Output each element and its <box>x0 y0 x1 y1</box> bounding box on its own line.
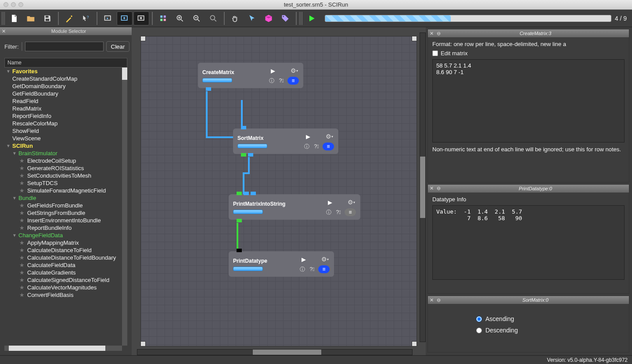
select-button[interactable] <box>244 11 260 25</box>
clear-button[interactable]: Clear <box>106 41 130 52</box>
module-menu-button[interactable]: ≡ <box>345 208 356 216</box>
tree-item[interactable]: ★ConvertFieldBasis <box>4 291 122 299</box>
module-printdatatype[interactable]: PrintDatatype▶⚙▾ⓘ?⃝≡ <box>229 251 334 277</box>
module-help-icon[interactable]: ?⃝ <box>309 266 316 273</box>
tree-item[interactable]: ★CalculateVectorMagnitudes <box>4 284 122 291</box>
module-tree[interactable]: ▼FavoritesCreateStandardColorMapGetDomai… <box>4 68 122 346</box>
tree-item[interactable]: ★ApplyMappingMatrix <box>4 239 122 246</box>
tree-item[interactable]: GetDomainBoundary <box>4 82 122 90</box>
module-menu-button[interactable]: ≡ <box>323 143 334 150</box>
tree-item[interactable]: ▼Bundle <box>4 194 122 202</box>
module-port[interactable] <box>251 192 256 195</box>
module-play-icon[interactable]: ▶ <box>269 67 276 74</box>
module-play-icon[interactable]: ▶ <box>300 256 307 263</box>
matrix-textarea[interactable]: 58 5.7 2.1 1.4 8.6 90 7 -1 <box>432 59 625 143</box>
tree-item[interactable]: ShowField <box>4 127 122 135</box>
module-settings-icon[interactable]: ⚙▾ <box>348 199 355 206</box>
new-file-button[interactable] <box>6 11 22 25</box>
tree-item[interactable]: ★CalculateFieldData <box>4 261 122 269</box>
tree-item[interactable]: ★CalculateSignedDistanceToField <box>4 276 122 284</box>
module-port[interactable] <box>206 87 211 91</box>
module-port[interactable] <box>237 192 242 195</box>
help-pointer-button[interactable]: ? <box>78 11 94 25</box>
save-button[interactable] <box>40 11 55 25</box>
tree-item[interactable]: ▼SCIRun <box>4 142 122 150</box>
clear-module-button[interactable] <box>133 11 149 25</box>
module-settings-icon[interactable]: ⚙▾ <box>321 256 328 263</box>
tree-item[interactable]: ★ReportBundleInfo <box>4 224 122 232</box>
module-help-icon[interactable]: ?⃝ <box>313 143 320 150</box>
package-button[interactable] <box>261 11 276 25</box>
minimize-icon[interactable] <box>11 2 16 7</box>
module-menu-button[interactable]: ≡ <box>318 265 330 273</box>
module-sortmatrix[interactable]: SortMatrix▶⚙▾ⓘ?⃝≡ <box>233 128 338 154</box>
descending-radio[interactable]: Descending <box>476 327 518 334</box>
tree-item[interactable]: ▼Favorites <box>4 68 122 75</box>
module-port[interactable] <box>241 153 246 157</box>
tree-item[interactable]: CreateStandardColorMap <box>4 75 122 82</box>
panel-pin-icon[interactable]: ⊖ <box>435 31 442 36</box>
tree-item[interactable]: ★CalculateGradients <box>4 269 122 276</box>
module-settings-icon[interactable]: ⚙▾ <box>291 67 298 74</box>
zoom-in-button[interactable] <box>172 11 188 25</box>
tree-item[interactable]: ▼BrainStimulator <box>4 150 122 157</box>
tree-column-header[interactable]: Name <box>4 58 127 68</box>
panel-close-icon[interactable]: ✕ <box>428 297 435 303</box>
tree-item[interactable]: ★CalculateDistanceToFieldBoundary <box>4 254 122 261</box>
tree-item[interactable]: ★ElectrodeCoilSetup <box>4 157 122 164</box>
close-panel-icon[interactable]: ✕ <box>2 27 6 35</box>
module-port[interactable] <box>237 219 242 222</box>
module-info-icon[interactable]: ⓘ <box>303 143 310 150</box>
network-canvas[interactable]: CreateMatrix▶⚙▾ⓘ?⃝≡SortMatrix▶⚙▾ⓘ?⃝≡Prin… <box>140 36 417 346</box>
module-port[interactable] <box>237 249 242 252</box>
canvas-scrollbar-horizontal[interactable] <box>137 349 413 355</box>
execute-button[interactable] <box>304 11 320 25</box>
add-module-button[interactable] <box>117 11 133 25</box>
module-printmatrixintostring[interactable]: PrintMatrixIntoString▶⚙▾ⓘ?⃝≡ <box>229 194 360 220</box>
tag-button[interactable] <box>277 11 293 25</box>
edit-matrix-checkbox[interactable] <box>432 50 438 56</box>
tree-item[interactable]: ReadMatrix <box>4 105 122 112</box>
tree-item[interactable]: ★SetupTDCS <box>4 179 122 187</box>
filter-input[interactable] <box>25 42 104 51</box>
open-folder-button[interactable] <box>23 11 39 25</box>
tree-item[interactable]: ★CalculateDistanceToField <box>4 246 122 254</box>
panel-pin-icon[interactable]: ⊖ <box>435 186 442 191</box>
tree-item[interactable]: ★InsertEnvironmentIntoBundle <box>4 217 122 224</box>
module-help-icon[interactable]: ?⃝ <box>278 77 285 84</box>
zoom-out-button[interactable] <box>189 11 205 25</box>
module-menu-button[interactable]: ≡ <box>287 77 299 85</box>
pan-button[interactable] <box>227 11 243 25</box>
module-help-icon[interactable]: ?⃝ <box>335 209 342 216</box>
tree-scrollbar-horizontal[interactable] <box>4 346 122 351</box>
tree-item[interactable]: ★GenerateROIStatistics <box>4 164 122 172</box>
panel-close-icon[interactable]: ✕ <box>428 186 435 191</box>
module-settings-icon[interactable]: ⚙▾ <box>326 133 333 140</box>
tree-item[interactable]: ★SetConductivitiesToMesh <box>4 172 122 179</box>
module-port[interactable] <box>248 153 253 157</box>
panel-pin-icon[interactable]: ⊖ <box>435 297 442 303</box>
tree-item[interactable]: GetFieldBoundary <box>4 90 122 97</box>
module-play-icon[interactable]: ▶ <box>327 199 334 206</box>
grid-snap-button[interactable] <box>155 11 171 25</box>
ascending-radio[interactable]: Ascending <box>476 315 514 322</box>
tree-item[interactable]: ReadField <box>4 97 122 105</box>
module-info-icon[interactable]: ⓘ <box>299 266 306 273</box>
tree-item[interactable]: ▼ChangeFieldData <box>4 232 122 239</box>
tree-item[interactable]: ViewScene <box>4 135 122 142</box>
wand-button[interactable] <box>61 11 77 25</box>
tree-scrollbar-vertical[interactable] <box>122 68 127 346</box>
canvas-scrollbar-vertical[interactable] <box>420 32 426 342</box>
module-info-icon[interactable]: ⓘ <box>268 77 275 84</box>
run-script-button[interactable] <box>100 11 116 25</box>
module-port[interactable] <box>244 192 249 195</box>
zoom-icon[interactable] <box>18 2 23 7</box>
module-port[interactable] <box>241 126 246 129</box>
tree-item[interactable]: ★GetFieldsFromBundle <box>4 202 122 209</box>
tree-item[interactable]: RescaleColorMap <box>4 120 122 127</box>
filter-mode-dropdown[interactable] <box>22 42 22 51</box>
tree-item[interactable]: ★GetStringsFromBundle <box>4 209 122 217</box>
tree-item[interactable]: ReportFieldInfo <box>4 112 122 120</box>
module-info-icon[interactable]: ⓘ <box>325 209 332 216</box>
zoom-reset-button[interactable] <box>205 11 221 25</box>
